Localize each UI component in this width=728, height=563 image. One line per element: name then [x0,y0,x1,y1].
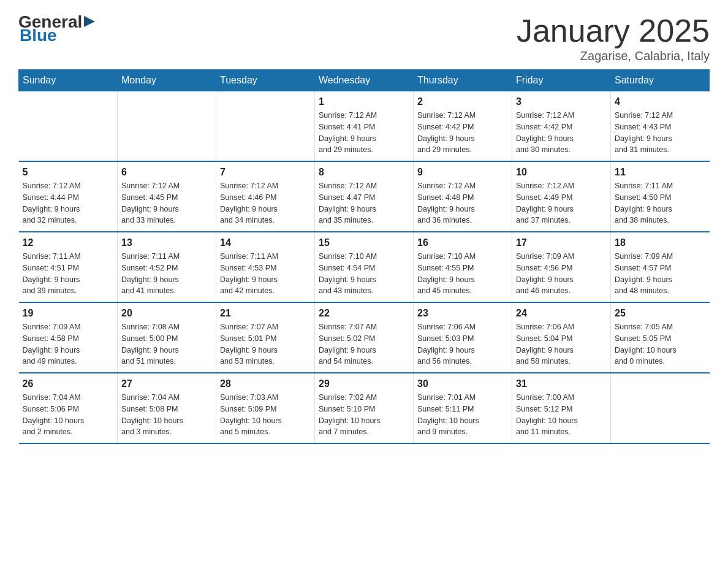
day-info: Sunrise: 7:04 AM Sunset: 5:08 PM Dayligh… [121,392,212,438]
day-info: Sunrise: 7:10 AM Sunset: 4:54 PM Dayligh… [319,251,409,297]
day-info: Sunrise: 7:07 AM Sunset: 5:02 PM Dayligh… [319,321,409,367]
calendar-cell: 28Sunrise: 7:03 AM Sunset: 5:09 PM Dayli… [216,373,315,443]
day-number: 6 [121,167,212,178]
day-info: Sunrise: 7:08 AM Sunset: 5:00 PM Dayligh… [121,321,212,367]
day-info: Sunrise: 7:06 AM Sunset: 5:04 PM Dayligh… [516,321,607,367]
day-number: 27 [121,378,212,389]
day-number: 23 [417,308,508,319]
day-number: 9 [417,167,508,178]
day-number: 20 [121,308,212,319]
day-info: Sunrise: 7:11 AM Sunset: 4:50 PM Dayligh… [615,180,706,226]
location: Zagarise, Calabria, Italy [517,49,710,63]
calendar-cell: 11Sunrise: 7:11 AM Sunset: 4:50 PM Dayli… [611,161,710,232]
calendar-cell: 21Sunrise: 7:07 AM Sunset: 5:01 PM Dayli… [216,302,315,373]
day-number: 24 [516,308,607,319]
calendar-cell: 8Sunrise: 7:12 AM Sunset: 4:47 PM Daylig… [315,161,414,232]
day-number: 26 [23,378,114,389]
calendar-cell: 14Sunrise: 7:11 AM Sunset: 4:53 PM Dayli… [216,232,315,302]
day-info: Sunrise: 7:12 AM Sunset: 4:41 PM Dayligh… [319,110,409,156]
day-info: Sunrise: 7:01 AM Sunset: 5:11 PM Dayligh… [417,392,508,438]
day-number: 28 [220,378,311,389]
calendar-cell: 13Sunrise: 7:11 AM Sunset: 4:52 PM Dayli… [118,232,216,302]
day-info: Sunrise: 7:06 AM Sunset: 5:03 PM Dayligh… [417,321,508,367]
week-row-5: 26Sunrise: 7:04 AM Sunset: 5:06 PM Dayli… [19,373,710,443]
day-info: Sunrise: 7:07 AM Sunset: 5:01 PM Dayligh… [220,321,311,367]
day-info: Sunrise: 7:04 AM Sunset: 5:06 PM Dayligh… [23,392,114,438]
day-number: 30 [417,378,508,389]
day-number: 2 [417,96,508,107]
calendar-cell: 2Sunrise: 7:12 AM Sunset: 4:42 PM Daylig… [414,91,512,162]
week-row-1: 1Sunrise: 7:12 AM Sunset: 4:41 PM Daylig… [19,91,710,162]
day-number: 12 [23,237,114,248]
day-number: 14 [220,237,311,248]
day-number: 15 [319,237,409,248]
day-info: Sunrise: 7:11 AM Sunset: 4:52 PM Dayligh… [121,251,212,297]
day-number: 19 [23,308,114,319]
day-info: Sunrise: 7:03 AM Sunset: 5:09 PM Dayligh… [220,392,311,438]
calendar-cell: 6Sunrise: 7:12 AM Sunset: 4:45 PM Daylig… [118,161,216,232]
calendar-cell: 15Sunrise: 7:10 AM Sunset: 4:54 PM Dayli… [315,232,414,302]
day-info: Sunrise: 7:09 AM Sunset: 4:56 PM Dayligh… [516,251,607,297]
calendar-cell: 1Sunrise: 7:12 AM Sunset: 4:41 PM Daylig… [315,91,414,162]
day-info: Sunrise: 7:12 AM Sunset: 4:42 PM Dayligh… [516,110,607,156]
calendar-cell: 17Sunrise: 7:09 AM Sunset: 4:56 PM Dayli… [512,232,611,302]
calendar-cell: 20Sunrise: 7:08 AM Sunset: 5:00 PM Dayli… [118,302,216,373]
day-header-saturday: Saturday [611,70,710,91]
day-number: 31 [516,378,607,389]
day-info: Sunrise: 7:12 AM Sunset: 4:47 PM Dayligh… [319,180,409,226]
logo: General Blue [18,12,97,45]
day-header-tuesday: Tuesday [216,70,315,91]
day-info: Sunrise: 7:00 AM Sunset: 5:12 PM Dayligh… [516,392,607,438]
day-number: 7 [220,167,311,178]
page-header: General Blue January 2025 Zagarise, Cala… [18,12,710,63]
day-number: 13 [121,237,212,248]
day-number: 4 [615,96,706,107]
day-header-monday: Monday [118,70,216,91]
logo-arrow-icon [84,15,97,28]
day-number: 25 [615,308,706,319]
calendar-cell: 22Sunrise: 7:07 AM Sunset: 5:02 PM Dayli… [315,302,414,373]
day-info: Sunrise: 7:12 AM Sunset: 4:44 PM Dayligh… [23,180,114,226]
calendar-cell: 16Sunrise: 7:10 AM Sunset: 4:55 PM Dayli… [414,232,512,302]
week-row-4: 19Sunrise: 7:09 AM Sunset: 4:58 PM Dayli… [19,302,710,373]
day-number: 29 [319,378,409,389]
calendar-cell: 7Sunrise: 7:12 AM Sunset: 4:46 PM Daylig… [216,161,315,232]
week-row-2: 5Sunrise: 7:12 AM Sunset: 4:44 PM Daylig… [19,161,710,232]
day-header-sunday: Sunday [19,70,118,91]
day-number: 17 [516,237,607,248]
calendar-cell: 25Sunrise: 7:05 AM Sunset: 5:05 PM Dayli… [611,302,710,373]
calendar-cell [19,91,118,162]
calendar-cell [216,91,315,162]
day-info: Sunrise: 7:11 AM Sunset: 4:51 PM Dayligh… [23,251,114,297]
calendar-cell: 23Sunrise: 7:06 AM Sunset: 5:03 PM Dayli… [414,302,512,373]
day-info: Sunrise: 7:05 AM Sunset: 5:05 PM Dayligh… [615,321,706,367]
calendar-cell [118,91,216,162]
calendar-cell: 18Sunrise: 7:09 AM Sunset: 4:57 PM Dayli… [611,232,710,302]
day-number: 8 [319,167,409,178]
svg-marker-0 [84,16,95,27]
day-info: Sunrise: 7:12 AM Sunset: 4:49 PM Dayligh… [516,180,607,226]
day-number: 18 [615,237,706,248]
day-header-wednesday: Wednesday [315,70,414,91]
day-number: 3 [516,96,607,107]
calendar-cell: 29Sunrise: 7:02 AM Sunset: 5:10 PM Dayli… [315,373,414,443]
day-number: 5 [23,167,114,178]
day-info: Sunrise: 7:12 AM Sunset: 4:42 PM Dayligh… [417,110,508,156]
calendar-cell: 26Sunrise: 7:04 AM Sunset: 5:06 PM Dayli… [19,373,118,443]
calendar-cell: 31Sunrise: 7:00 AM Sunset: 5:12 PM Dayli… [512,373,611,443]
day-info: Sunrise: 7:09 AM Sunset: 4:58 PM Dayligh… [23,321,114,367]
calendar-cell: 27Sunrise: 7:04 AM Sunset: 5:08 PM Dayli… [118,373,216,443]
day-info: Sunrise: 7:11 AM Sunset: 4:53 PM Dayligh… [220,251,311,297]
logo-blue-text: Blue [20,26,57,45]
day-info: Sunrise: 7:10 AM Sunset: 4:55 PM Dayligh… [417,251,508,297]
calendar-cell: 19Sunrise: 7:09 AM Sunset: 4:58 PM Dayli… [19,302,118,373]
month-title: January 2025 [517,12,710,49]
day-number: 16 [417,237,508,248]
title-block: January 2025 Zagarise, Calabria, Italy [517,12,710,63]
calendar-cell: 24Sunrise: 7:06 AM Sunset: 5:04 PM Dayli… [512,302,611,373]
day-number: 21 [220,308,311,319]
calendar-cell: 4Sunrise: 7:12 AM Sunset: 4:43 PM Daylig… [611,91,710,162]
calendar-table: SundayMondayTuesdayWednesdayThursdayFrid… [18,69,710,444]
day-number: 1 [319,96,409,107]
day-info: Sunrise: 7:12 AM Sunset: 4:48 PM Dayligh… [417,180,508,226]
